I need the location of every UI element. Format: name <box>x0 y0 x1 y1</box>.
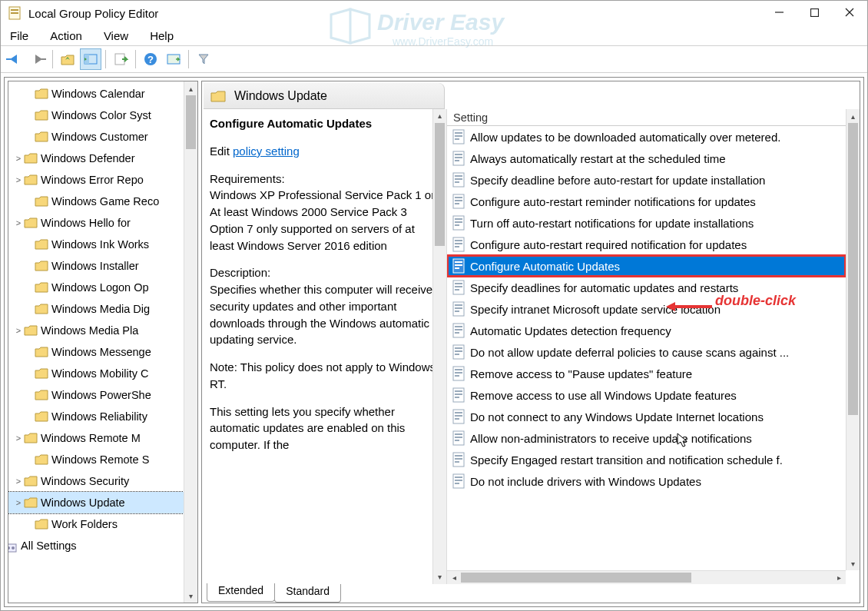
list-item[interactable]: Configure Automatic Updates <box>447 255 846 277</box>
tree-item-windows-powershe[interactable]: Windows PowerShe <box>8 384 197 406</box>
tree-item-windows-error-repo[interactable]: >Windows Error Repo <box>8 169 197 191</box>
tree-item-windows-calendar[interactable]: Windows Calendar <box>8 83 197 105</box>
list-item[interactable]: Specify deadline before auto-restart for… <box>447 169 846 191</box>
svg-rect-45 <box>455 261 462 263</box>
expand-icon[interactable]: > <box>13 477 24 486</box>
list-item[interactable]: Remove access to use all Windows Update … <box>447 384 846 406</box>
menu-action[interactable]: Action <box>47 28 85 44</box>
list-item[interactable]: Configure auto-restart reminder notifica… <box>447 191 846 212</box>
expand-icon[interactable]: > <box>13 218 24 227</box>
description-scrollbar[interactable]: ▴ ▾ <box>432 109 446 584</box>
tree-scrollbar[interactable]: ▴ ▾ <box>184 81 197 603</box>
svg-rect-62 <box>455 350 462 352</box>
maximize-button[interactable] <box>797 1 832 24</box>
list-item[interactable]: Allow updates to be downloaded automatic… <box>447 126 846 148</box>
list-column-header[interactable]: Setting <box>447 109 860 126</box>
tree-item-label: Windows Media Pla <box>41 324 138 337</box>
tree-item-windows-remote-s[interactable]: Windows Remote S <box>8 449 197 470</box>
list-item-label: Configure auto-restart required notifica… <box>470 238 747 251</box>
tree-item-windows-media-pla[interactable]: >Windows Media Pla <box>8 320 197 341</box>
svg-rect-57 <box>455 326 462 327</box>
tab-extended[interactable]: Extended <box>207 583 275 602</box>
properties-button[interactable] <box>163 48 184 70</box>
tree-item-windows-reliability[interactable]: Windows Reliability <box>8 406 197 427</box>
list-item[interactable]: Do not connect to any Windows Update Int… <box>447 406 846 427</box>
policy-icon <box>452 215 465 231</box>
list-item-label: Allow non-administrators to receive upda… <box>470 432 752 445</box>
tree-item-windows-color-syst[interactable]: Windows Color Syst <box>8 105 197 126</box>
menu-help[interactable]: Help <box>147 28 177 44</box>
svg-rect-37 <box>455 218 462 220</box>
tree-item-windows-installer[interactable]: Windows Installer <box>8 255 197 277</box>
show-tree-button[interactable] <box>80 48 101 70</box>
list-item[interactable]: Configure auto-restart required notifica… <box>447 234 846 255</box>
close-button[interactable] <box>832 1 867 24</box>
tree-item-windows-update[interactable]: >Windows Update <box>8 492 197 513</box>
list-item-label: Turn off auto-restart notifications for … <box>470 217 754 230</box>
list-item[interactable]: Do not allow update deferral policies to… <box>447 341 846 363</box>
edit-policy-link[interactable]: policy setting <box>233 144 300 158</box>
back-button[interactable] <box>4 48 25 70</box>
list-item-label: Do not include drivers with Windows Upda… <box>470 475 701 488</box>
folder-icon <box>24 152 38 164</box>
list-item[interactable]: Specify Engaged restart transition and n… <box>447 449 846 470</box>
tree-item-windows-remote-m[interactable]: >Windows Remote M <box>8 427 197 449</box>
list-item[interactable]: Remove access to "Pause updates" feature <box>447 363 846 384</box>
export-button[interactable] <box>110 48 131 70</box>
svg-rect-83 <box>455 461 459 463</box>
svg-rect-46 <box>455 264 462 266</box>
tree-pane: Windows CalendarWindows Color SystWindow… <box>8 81 198 603</box>
list-item-label: Configure Automatic Updates <box>470 260 620 273</box>
expand-icon[interactable]: > <box>13 498 24 507</box>
expand-icon[interactable]: > <box>13 433 24 443</box>
menu-file[interactable]: File <box>7 28 31 44</box>
folder-icon <box>35 518 48 530</box>
expand-icon[interactable]: > <box>13 326 24 335</box>
svg-rect-85 <box>455 477 462 478</box>
tree-item-label: Windows Error Repo <box>41 174 144 186</box>
tree-item-windows-game-reco[interactable]: Windows Game Reco <box>8 191 197 212</box>
list-item[interactable]: Do not include drivers with Windows Upda… <box>447 470 846 492</box>
list-item[interactable]: Automatic Updates detection frequency <box>447 320 846 341</box>
list-item-label: Remove access to use all Windows Update … <box>470 389 737 402</box>
svg-rect-70 <box>455 393 462 395</box>
svg-rect-77 <box>455 433 462 435</box>
list-item[interactable]: Turn off auto-restart notifications for … <box>447 212 846 234</box>
forward-button[interactable] <box>27 48 48 70</box>
list-horizontal-scrollbar[interactable]: ◂ ▸ <box>447 570 846 584</box>
tree-item-label: Windows Mobility C <box>51 367 149 380</box>
list-item-label: Specify deadlines for automatic updates … <box>470 281 738 294</box>
folder-icon <box>35 131 48 143</box>
tree-item-windows-defender[interactable]: >Windows Defender <box>8 148 197 169</box>
list-vertical-scrollbar[interactable]: ▴ ▾ <box>846 109 860 570</box>
filter-button[interactable] <box>193 48 214 70</box>
tree-item-windows-ink-works[interactable]: Windows Ink Works <box>8 234 197 255</box>
folder-icon <box>35 389 48 401</box>
menu-view[interactable]: View <box>101 28 131 44</box>
tab-standard[interactable]: Standard <box>274 584 341 603</box>
tree-item-windows-logon-op[interactable]: Windows Logon Op <box>8 277 197 298</box>
expand-icon[interactable]: > <box>13 175 24 184</box>
minimize-button[interactable] <box>761 1 797 24</box>
up-folder-button[interactable] <box>57 48 78 70</box>
description-text3: This setting lets you specify whether au… <box>210 403 439 453</box>
tree-item-windows-security[interactable]: >Windows Security <box>8 470 197 492</box>
tree-item-work-folders[interactable]: Work Folders <box>8 513 197 535</box>
policy-icon <box>452 194 465 209</box>
tree-item-all-settings[interactable]: All Settings <box>8 535 197 556</box>
svg-rect-51 <box>455 289 459 291</box>
tree-item-windows-hello-for-[interactable]: >Windows Hello for <box>8 212 197 234</box>
expand-icon[interactable]: > <box>13 154 24 163</box>
list-item[interactable]: Always automatically restart at the sche… <box>447 148 846 169</box>
svg-rect-50 <box>455 286 462 287</box>
tree-item-label: Windows Security <box>41 475 129 487</box>
tree-item-windows-media-dig[interactable]: Windows Media Dig <box>8 298 197 320</box>
svg-text:?: ? <box>147 54 154 65</box>
tree-item-windows-mobility-c[interactable]: Windows Mobility C <box>8 363 197 384</box>
tree-item-windows-messenge[interactable]: Windows Messenge <box>8 341 197 363</box>
svg-rect-63 <box>455 354 459 355</box>
help-button[interactable]: ? <box>140 48 161 70</box>
pane-tabs: Extended Standard <box>202 584 860 603</box>
tree-item-windows-customer[interactable]: Windows Customer <box>8 126 197 148</box>
list-item[interactable]: Allow non-administrators to receive upda… <box>447 427 846 449</box>
